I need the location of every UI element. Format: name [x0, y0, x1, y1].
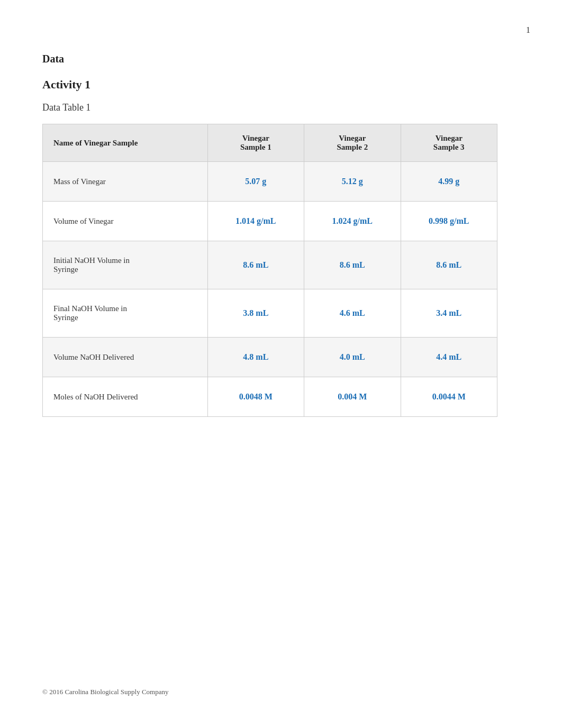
col-header-sample2: Vinegar Sample 2 [304, 124, 401, 162]
col-header-sample3: Vinegar Sample 3 [401, 124, 497, 162]
row-final-naoh-s3: 3.4 mL [401, 289, 497, 338]
row-mass-s3: 4.99 g [401, 162, 497, 202]
col-header-sample1: Vinegar Sample 1 [207, 124, 304, 162]
data-table: Name of Vinegar Sample Vinegar Sample 1 … [42, 124, 497, 417]
row-label-initial-naoh: Initial NaOH Volume in Syringe [43, 241, 208, 289]
row-initial-naoh-s3: 8.6 mL [401, 241, 497, 289]
section-title: Data [42, 53, 520, 65]
row-volume-s2: 1.024 g/mL [304, 202, 401, 241]
row-mass-s1: 5.07 g [207, 162, 304, 202]
row-vol-delivered-s3: 4.4 mL [401, 338, 497, 377]
table-row: Final NaOH Volume in Syringe 3.8 mL 4.6 … [43, 289, 497, 338]
table-row: Initial NaOH Volume in Syringe 8.6 mL 8.… [43, 241, 497, 289]
table-label: Data Table 1 [42, 102, 520, 113]
activity-title: Activity 1 [42, 78, 520, 92]
row-mass-s2: 5.12 g [304, 162, 401, 202]
row-label-volume: Volume of Vinegar [43, 202, 208, 241]
row-initial-naoh-s1: 8.6 mL [207, 241, 304, 289]
row-label-mass: Mass of Vinegar [43, 162, 208, 202]
row-moles-delivered-s3: 0.0044 M [401, 377, 497, 417]
table-row: Mass of Vinegar 5.07 g 5.12 g 4.99 g [43, 162, 497, 202]
col-header-name: Name of Vinegar Sample [43, 124, 208, 162]
row-volume-s3: 0.998 g/mL [401, 202, 497, 241]
table-row: Volume of Vinegar 1.014 g/mL 1.024 g/mL … [43, 202, 497, 241]
row-label-moles-delivered: Moles of NaOH Delivered [43, 377, 208, 417]
row-initial-naoh-s2: 8.6 mL [304, 241, 401, 289]
row-label-volume-delivered: Volume NaOH Delivered [43, 338, 208, 377]
page-number: 1 [526, 25, 530, 35]
row-vol-delivered-s1: 4.8 mL [207, 338, 304, 377]
row-vol-delivered-s2: 4.0 mL [304, 338, 401, 377]
row-final-naoh-s2: 4.6 mL [304, 289, 401, 338]
row-volume-s1: 1.014 g/mL [207, 202, 304, 241]
table-row: Moles of NaOH Delivered 0.0048 M 0.004 M… [43, 377, 497, 417]
row-final-naoh-s1: 3.8 mL [207, 289, 304, 338]
row-label-final-naoh: Final NaOH Volume in Syringe [43, 289, 208, 338]
row-moles-delivered-s2: 0.004 M [304, 377, 401, 417]
footer-text: © 2016 Carolina Biological Supply Compan… [42, 688, 168, 696]
row-moles-delivered-s1: 0.0048 M [207, 377, 304, 417]
table-row: Volume NaOH Delivered 4.8 mL 4.0 mL 4.4 … [43, 338, 497, 377]
